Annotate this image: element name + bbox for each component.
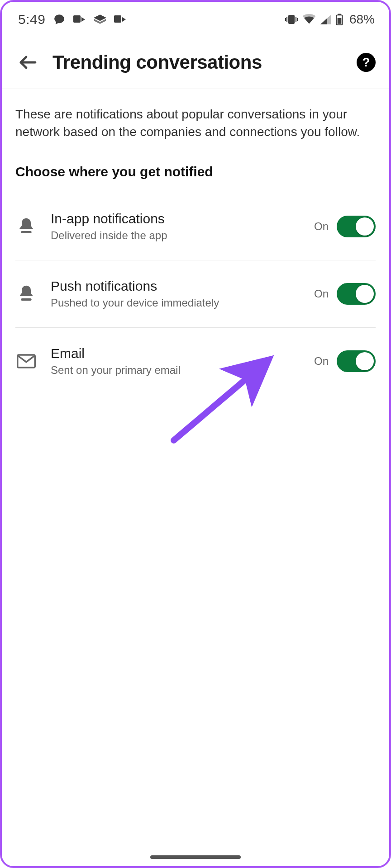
status-bar: 5:49 68% <box>2 2 389 33</box>
svg-rect-1 <box>114 15 121 23</box>
page-title: Trending conversations <box>52 52 357 73</box>
svg-rect-2 <box>289 15 294 24</box>
package-icon <box>94 14 106 24</box>
toggle-push[interactable] <box>337 283 376 305</box>
option-title: Push notifications <box>51 278 314 294</box>
bell-icon <box>15 284 37 304</box>
wifi-icon <box>302 14 316 25</box>
option-subtitle: Sent on your primary email <box>51 364 314 377</box>
status-left: 5:49 <box>18 12 127 27</box>
svg-rect-6 <box>21 231 31 233</box>
home-indicator[interactable] <box>150 855 241 859</box>
option-push[interactable]: Push notifications Pushed to your device… <box>15 260 376 328</box>
chat-bubble-icon <box>53 14 65 25</box>
option-subtitle: Pushed to your device immediately <box>51 297 314 309</box>
svg-rect-7 <box>21 298 31 301</box>
page-description: These are notifications about popular co… <box>15 105 376 141</box>
outlook-icon-1 <box>73 14 86 24</box>
options-list: In-app notifications Delivered inside th… <box>15 193 376 395</box>
status-right: 68% <box>285 12 375 27</box>
mail-icon <box>15 354 37 369</box>
content: These are notifications about popular co… <box>2 89 389 395</box>
toggle-in-app[interactable] <box>337 216 376 237</box>
signal-icon <box>320 14 331 24</box>
toggle-state-label: On <box>314 355 329 368</box>
section-title: Choose where you get notified <box>15 164 376 179</box>
toggle-state-label: On <box>314 288 329 300</box>
svg-rect-4 <box>338 14 341 15</box>
bell-icon <box>15 217 37 236</box>
toggle-email[interactable] <box>337 350 376 372</box>
svg-rect-0 <box>73 15 81 23</box>
battery-percent: 68% <box>349 12 375 27</box>
question-icon: ? <box>362 55 370 70</box>
back-button[interactable] <box>15 50 41 75</box>
svg-rect-5 <box>338 18 342 24</box>
option-email[interactable]: Email Sent on your primary email On <box>15 328 376 395</box>
battery-icon <box>336 14 343 25</box>
option-in-app[interactable]: In-app notifications Delivered inside th… <box>15 193 376 260</box>
arrow-left-icon <box>17 52 39 73</box>
status-time: 5:49 <box>18 12 45 27</box>
option-title: Email <box>51 346 314 361</box>
vibrate-icon <box>285 14 298 25</box>
help-button[interactable]: ? <box>357 53 376 72</box>
option-title: In-app notifications <box>51 211 314 226</box>
option-subtitle: Delivered inside the app <box>51 229 314 242</box>
toggle-state-label: On <box>314 220 329 233</box>
outlook-icon-2 <box>114 14 127 24</box>
app-header: Trending conversations ? <box>2 33 389 89</box>
